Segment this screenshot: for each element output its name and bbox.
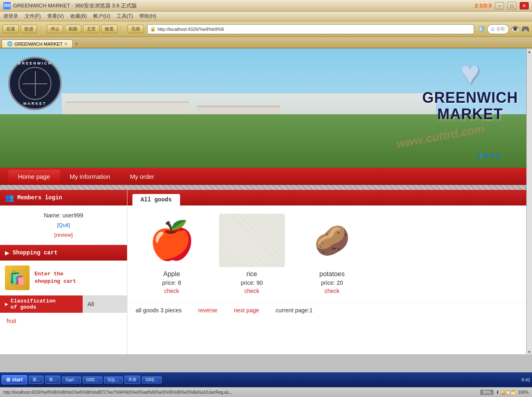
- web-content-wrapper: GREENWICH MARKET ♥ GREENWICH MARKET www.…: [0, 48, 532, 354]
- start-label: start: [12, 377, 23, 383]
- shopping-cart-header: ▶ Shopping cart: [0, 245, 127, 261]
- home-button[interactable]: 主页: [83, 25, 99, 33]
- taskbar-item-3[interactable]: GRE...: [83, 376, 102, 383]
- scrollbar[interactable]: ▲ ▼: [526, 48, 532, 354]
- browser-title: GREENWICH MARKET - 360安全浏览器 3.6 正式版: [13, 2, 475, 9]
- status-url: http://localhost:4326/%e8%8b%8b%b1%e5%9b…: [3, 390, 477, 395]
- login-box: Name: user999 [Quit] [review]: [0, 205, 127, 245]
- product-rice: rice price: 90 check: [216, 214, 288, 294]
- menu-favorites[interactable]: 收藏(B): [70, 13, 87, 20]
- new-tab-button[interactable]: +: [74, 40, 78, 48]
- shield-icon: 🛡️: [477, 25, 486, 33]
- scroll-down[interactable]: ▼: [527, 350, 532, 354]
- nav-myinfo[interactable]: My information: [60, 170, 120, 183]
- taskbar-item-2[interactable]: Garf...: [62, 376, 81, 383]
- cart-box: 🛍️ Enter the shopping cart: [0, 261, 127, 295]
- refresh-button[interactable]: 刷新: [65, 25, 81, 33]
- menu-tools[interactable]: 工具(T): [117, 13, 133, 20]
- tab-label: GREENWICH MARKET: [14, 42, 62, 46]
- menu-account[interactable]: 帐户(U): [93, 13, 110, 20]
- taskbar-item-label-4: SQL...: [108, 378, 119, 382]
- close-button[interactable]: ✕: [520, 2, 529, 9]
- address-text: http://localhost:4326/%e8%b9%8: [157, 27, 224, 32]
- google-icon: G: [491, 27, 495, 32]
- clock-display: 2:1/2:3: [475, 2, 492, 9]
- red-deco-top: [0, 185, 526, 190]
- nav-home[interactable]: Home page: [8, 170, 60, 183]
- menu-help[interactable]: 帮助(H): [139, 13, 156, 20]
- potato-price: price: 20: [296, 279, 368, 286]
- members-login-header: 👥 Members login: [0, 190, 127, 205]
- taskbar-item-6[interactable]: GRE...: [142, 376, 162, 383]
- restore-button[interactable]: 恢复: [101, 25, 118, 33]
- classification-header: ▶ Classification of goods All: [0, 295, 127, 313]
- nav-myorder[interactable]: My order: [120, 170, 164, 183]
- quit-link[interactable]: [Quit]: [57, 222, 70, 228]
- status-percent: 99%: [480, 390, 493, 395]
- taskbar-clock: 0:41: [522, 377, 530, 382]
- menu-view[interactable]: 查看(V): [47, 13, 64, 20]
- taskbar-item-label-0: 英...: [32, 377, 40, 382]
- browser-icon: 360: [3, 2, 11, 9]
- menu-file[interactable]: 文件(F): [25, 13, 41, 20]
- back-button[interactable]: 后退: [2, 25, 19, 33]
- start-button[interactable]: ⊞ start: [2, 375, 27, 384]
- taskbar-item-label-3: GRE...: [86, 378, 99, 382]
- browser-titlebar: 360 GREENWICH MARKET - 360安全浏览器 3.6 正式版 …: [0, 0, 532, 12]
- rice-check[interactable]: check: [216, 288, 288, 294]
- minimize-button[interactable]: -: [495, 2, 504, 9]
- separator2: 〉: [119, 25, 126, 33]
- taskbar-item-0[interactable]: 英...: [29, 376, 44, 384]
- all-link[interactable]: All: [83, 301, 99, 307]
- rice-name: rice: [216, 270, 288, 278]
- potato-check[interactable]: check: [296, 288, 368, 294]
- category-fruit[interactable]: fruit: [7, 316, 120, 326]
- greenwich-title: GREENWICH MARKET: [422, 90, 518, 122]
- enter-cart-link[interactable]: Enter the shopping cart: [35, 270, 76, 285]
- forward-button[interactable]: 前进: [21, 25, 37, 33]
- current-page: current page:1: [275, 307, 312, 314]
- products-footer: all goods 3 pieces reverse next page cur…: [127, 302, 526, 318]
- logo-bottom-text: MARKET: [23, 102, 47, 106]
- gamepad-icon[interactable]: 🎮: [521, 25, 530, 33]
- greenwich-line2: MARKET: [437, 106, 503, 122]
- products-tab-bar: All goods: [127, 190, 526, 205]
- logo-cross-h: [23, 83, 48, 84]
- taskbar-item-label-2: Garf...: [66, 378, 77, 382]
- stop-button[interactable]: 停止: [47, 25, 63, 33]
- potato-name: potatoes: [296, 270, 368, 278]
- maximize-button[interactable]: □: [507, 2, 516, 9]
- taskbar-item-1[interactable]: 英...: [45, 376, 60, 384]
- taskbar: ⊞ start 英... 英... Garf... GRE... SQL... …: [0, 372, 532, 387]
- incognito-button[interactable]: 无痕: [127, 25, 144, 33]
- download-icon: ⬇: [496, 390, 499, 395]
- menu-bar: 请登录 文件(F) 查看(V) 收藏(B) 帐户(U) 工具(T) 帮助(H): [0, 12, 532, 21]
- next-page-link[interactable]: next page: [234, 307, 259, 314]
- greenwich-line1: GREENWICH: [422, 89, 518, 106]
- status-icons: 🔔📋🗂️: [501, 390, 516, 395]
- apple-check[interactable]: check: [136, 288, 208, 294]
- classif-label: Classification of goods: [11, 298, 56, 310]
- address-bar[interactable]: 🔒 http://localhost:4326/%e8%b9%8: [147, 24, 474, 34]
- active-tab[interactable]: 🌐 GREENWICH MARKET ✕: [2, 39, 73, 48]
- all-goods-tab[interactable]: All goods: [132, 194, 180, 205]
- site-logo: GREENWICH MARKET: [8, 57, 62, 110]
- potato-emoji: 🥔: [299, 214, 365, 267]
- taskbar-item-5[interactable]: 开发: [125, 376, 140, 384]
- heart-icon: ♥: [422, 57, 518, 90]
- menu-login[interactable]: 请登录: [3, 13, 18, 20]
- eye-icon[interactable]: 👁️: [511, 25, 520, 34]
- members-icon: 👥: [5, 193, 14, 202]
- header-right-logo: ♥ GREENWICH MARKET: [422, 57, 518, 122]
- reverse-link[interactable]: reverse: [198, 307, 217, 314]
- search-bar[interactable]: G 谷歌: [487, 24, 509, 34]
- tab-close-button[interactable]: ✕: [64, 42, 67, 46]
- scroll-up[interactable]: ▲: [527, 49, 532, 54]
- logo-inner: [19, 67, 51, 100]
- sidebar: 👥 Members login Name: user999 [Quit] [re…: [0, 190, 127, 354]
- review-link[interactable]: [review]: [7, 232, 120, 238]
- taskbar-item-4[interactable]: SQL...: [104, 376, 123, 383]
- rice-price: price: 90: [216, 279, 288, 286]
- products-grid: 🍎 Apple price: 8 check rice price: 90 c: [127, 205, 526, 302]
- status-bar: http://localhost:4326/%e8%8b%8b%b1%e5%9b…: [0, 387, 532, 397]
